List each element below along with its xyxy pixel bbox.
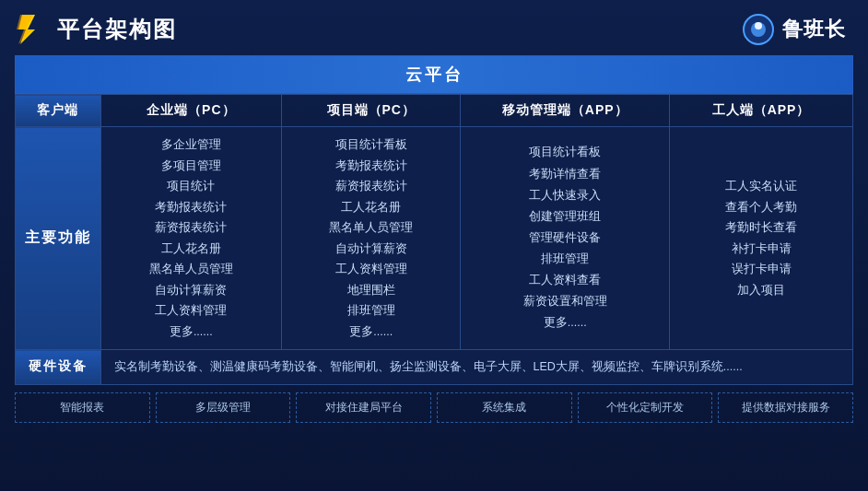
list-item: 工人花名册 — [293, 197, 449, 218]
list-item: 考勤报表统计 — [293, 156, 449, 177]
col-header-mobile: 移动管理端（APP） — [461, 95, 670, 127]
col-header-enterprise: 企业端（PC） — [100, 95, 282, 127]
brand-name: 鲁班长 — [782, 16, 846, 43]
list-item: 更多...... — [293, 321, 449, 343]
svg-marker-1 — [17, 15, 33, 44]
list-item: 更多...... — [468, 312, 662, 333]
header-left: 平台架构图 — [15, 13, 177, 46]
feature-smart-report: 智能报表 — [15, 392, 150, 423]
list-item: 多企业管理 — [112, 134, 271, 156]
list-item: 项目统计看板 — [293, 134, 449, 156]
app-container: 平台架构图 鲁班长 云平台 客户端 企业端（PC） — [0, 0, 868, 491]
list-item: 自动计算薪资 — [293, 239, 449, 260]
list-item: 考勤详情查看 — [468, 164, 662, 185]
platform-table: 客户端 企业端（PC） 项目端（PC） 移动管理端（APP） 工人端（APP） — [15, 94, 853, 385]
main-content: 云平台 客户端 企业端（PC） 项目端（PC） 移动管理端（APP） 工人端（ — [0, 55, 868, 432]
feature-multilevel: 多层级管理 — [156, 392, 291, 423]
feature-system-integration: 系统集成 — [437, 392, 572, 423]
mobile-items: 项目统计看板 考勤详情查看 工人快速录入 创建管理班组 管理硬件设备 排班管理 … — [468, 142, 662, 333]
main-function-row: 主要功能 多企业管理 多项目管理 项目统计 考勤报表统计 薪资报表统计 工人花名… — [16, 127, 853, 350]
feature-custom-dev: 个性化定制开发 — [578, 392, 713, 423]
project-content: 项目统计看板 考勤报表统计 薪资报表统计 工人花名册 黑名单人员管理 自动计算薪… — [282, 127, 461, 350]
list-item: 工人资料管理 — [112, 300, 271, 321]
project-items: 项目统计看板 考勤报表统计 薪资报表统计 工人花名册 黑名单人员管理 自动计算薪… — [293, 134, 449, 342]
header: 平台架构图 鲁班长 — [0, 0, 868, 55]
worker-items: 工人实名认证 查看个人考勤 考勤时长查看 补打卡申请 误打卡申请 加入项目 — [681, 176, 841, 300]
list-item: 误打卡申请 — [681, 259, 841, 280]
brand-icon — [742, 13, 775, 46]
logo-icon — [15, 13, 48, 46]
list-item: 薪资设置和管理 — [468, 291, 662, 312]
list-item: 项目统计 — [112, 176, 271, 197]
list-item: 排班管理 — [293, 300, 449, 321]
list-item: 考勤报表统计 — [112, 197, 271, 218]
list-item: 工人资料管理 — [293, 259, 449, 280]
feature-data-service: 提供数据对接服务 — [718, 392, 853, 423]
list-item: 更多...... — [112, 321, 271, 343]
list-item: 加入项目 — [681, 280, 841, 301]
list-item: 工人资料查看 — [468, 270, 662, 291]
main-function-label: 主要功能 — [16, 127, 101, 350]
enterprise-content: 多企业管理 多项目管理 项目统计 考勤报表统计 薪资报表统计 工人花名册 黑名单… — [100, 127, 282, 350]
list-item: 多项目管理 — [112, 156, 271, 177]
list-item: 排班管理 — [468, 249, 662, 270]
col-header-client: 客户端 — [16, 95, 101, 127]
svg-point-4 — [755, 22, 762, 29]
col-header-project: 项目端（PC） — [282, 95, 461, 127]
column-headers-row: 客户端 企业端（PC） 项目端（PC） 移动管理端（APP） 工人端（APP） — [16, 95, 853, 127]
list-item: 项目统计看板 — [468, 142, 662, 163]
list-item: 工人花名册 — [112, 239, 271, 260]
list-item: 查看个人考勤 — [681, 197, 841, 218]
page-title: 平台架构图 — [57, 15, 177, 44]
list-item: 管理硬件设备 — [468, 228, 662, 249]
list-item: 薪资报表统计 — [293, 176, 449, 197]
list-item: 创建管理班组 — [468, 206, 662, 228]
list-item: 自动计算薪资 — [112, 280, 271, 301]
list-item: 薪资报表统计 — [112, 217, 271, 239]
hardware-label: 硬件设备 — [16, 350, 101, 385]
list-item: 工人实名认证 — [681, 176, 841, 197]
col-header-worker: 工人端（APP） — [670, 95, 853, 127]
list-item: 地理围栏 — [293, 280, 449, 301]
list-item: 补打卡申请 — [681, 239, 841, 260]
brand-logo: 鲁班长 — [742, 13, 846, 46]
mobile-content: 项目统计看板 考勤详情查看 工人快速录入 创建管理班组 管理硬件设备 排班管理 … — [461, 127, 670, 350]
cloud-platform-bar: 云平台 — [15, 55, 853, 94]
list-item: 工人快速录入 — [468, 185, 662, 206]
hardware-content: 实名制考勤设备、测温健康码考勤设备、智能闸机、扬尘监测设备、电子大屏、LED大屏… — [100, 350, 852, 385]
feature-housing-connect: 对接住建局平台 — [296, 392, 431, 423]
worker-content: 工人实名认证 查看个人考勤 考勤时长查看 补打卡申请 误打卡申请 加入项目 — [670, 127, 853, 350]
features-row: 智能报表 多层级管理 对接住建局平台 系统集成 个性化定制开发 提供数据对接服务 — [15, 392, 853, 423]
enterprise-items: 多企业管理 多项目管理 项目统计 考勤报表统计 薪资报表统计 工人花名册 黑名单… — [112, 134, 271, 342]
list-item: 考勤时长查看 — [681, 217, 841, 239]
list-item: 黑名单人员管理 — [293, 217, 449, 239]
hardware-row: 硬件设备 实名制考勤设备、测温健康码考勤设备、智能闸机、扬尘监测设备、电子大屏、… — [16, 350, 853, 385]
list-item: 黑名单人员管理 — [112, 259, 271, 280]
